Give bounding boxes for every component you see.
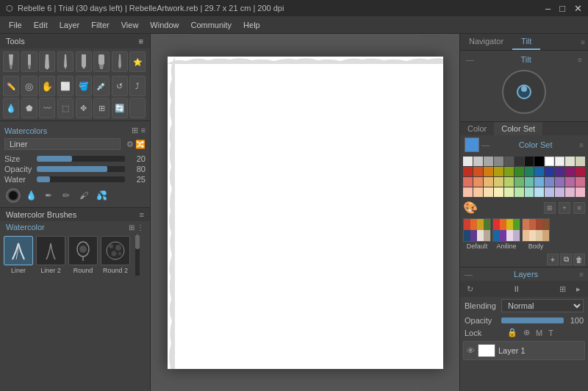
swatch[interactable] — [565, 167, 575, 176]
swatch[interactable] — [463, 177, 473, 187]
swatch[interactable] — [545, 157, 554, 166]
tool-extra2[interactable] — [129, 98, 146, 118]
tilt-circle[interactable] — [502, 70, 546, 114]
swatch[interactable] — [525, 157, 534, 166]
swatch[interactable] — [565, 187, 575, 197]
drawing-canvas[interactable] — [168, 57, 443, 369]
swatch[interactable] — [473, 177, 483, 187]
tool-fill[interactable]: 🪣 — [76, 76, 92, 96]
brush-name-input[interactable] — [4, 138, 121, 150]
close-button[interactable]: ✕ — [574, 3, 582, 14]
watercolors-title[interactable]: Watercolors — [4, 126, 47, 135]
layer-tool-extra[interactable]: ▸ — [572, 282, 585, 295]
swatch[interactable] — [525, 177, 534, 187]
watercolors-list-icon[interactable]: ⊞ — [132, 126, 138, 135]
swatch[interactable] — [473, 157, 483, 166]
brush-item-liner[interactable]: Liner — [3, 236, 34, 274]
brush-type-pencil[interactable]: ✏ — [59, 188, 74, 203]
swatch[interactable] — [484, 167, 493, 176]
layer-opacity-slider[interactable] — [501, 318, 564, 323]
tool-drop[interactable]: 💧 — [3, 98, 19, 118]
swatch[interactable] — [576, 167, 585, 176]
tool-brush2[interactable] — [21, 51, 37, 72]
swatch[interactable] — [484, 187, 493, 197]
tab-color[interactable]: Color — [460, 122, 494, 135]
tab-navigator[interactable]: Navigator — [460, 34, 512, 50]
menu-edit[interactable]: Edit — [28, 19, 54, 31]
lock-transparency-btn[interactable]: T — [548, 329, 553, 337]
tab-tilt[interactable]: Tilt — [512, 34, 540, 50]
brush-type-splatter[interactable]: 💦 — [94, 188, 109, 203]
palette-menu-btn[interactable]: ≡ — [573, 202, 585, 214]
swatch[interactable] — [494, 167, 503, 176]
color-set-menu[interactable]: ≡ — [579, 141, 584, 149]
delete-palette-btn[interactable]: 🗑 — [573, 254, 585, 265]
swatch[interactable] — [494, 177, 503, 187]
swatch[interactable] — [534, 157, 544, 166]
palette-grid-btn[interactable]: ⊞ — [544, 202, 556, 214]
layer-tool-stack[interactable]: ⊞ — [556, 282, 569, 295]
preset-body[interactable]: Body — [522, 218, 550, 250]
lock-mask-btn[interactable]: M — [536, 329, 542, 337]
brush-gallery-scrollbar[interactable] — [135, 234, 140, 276]
maximize-button[interactable]: □ — [559, 3, 565, 14]
water-slider[interactable] — [37, 176, 125, 182]
tool-eraser[interactable]: ⬜ — [57, 76, 74, 96]
tool-pen1[interactable] — [39, 51, 55, 72]
swatch[interactable] — [494, 157, 503, 166]
layer-visibility-icon[interactable]: 👁 — [467, 346, 475, 355]
nav-tabs-menu[interactable]: ≡ — [581, 38, 585, 46]
palette-add-btn[interactable]: + — [559, 202, 570, 214]
brush-scrollbar-thumb[interactable] — [135, 234, 140, 249]
swatch[interactable] — [463, 167, 473, 176]
lock-pixels-btn[interactable]: 🔒 — [507, 328, 517, 337]
menu-file[interactable]: File — [3, 19, 28, 31]
swatch[interactable] — [504, 157, 514, 166]
tool-transform[interactable]: ✥ — [76, 98, 92, 118]
tool-eyedropper[interactable]: 💉 — [93, 76, 110, 96]
preset-aniline[interactable]: Aniline — [492, 218, 520, 250]
swatch[interactable] — [545, 177, 554, 187]
tool-extra[interactable]: ⤴ — [129, 76, 146, 96]
swatch[interactable] — [463, 187, 473, 197]
tool-undo-stroke[interactable]: ↺ — [112, 76, 128, 96]
tools-menu-icon[interactable]: ≡ — [139, 37, 144, 46]
swatch[interactable] — [576, 187, 585, 197]
color-swatch[interactable] — [6, 188, 21, 203]
swatch[interactable] — [565, 157, 575, 166]
menu-filter[interactable]: Filter — [85, 19, 115, 31]
swatch[interactable] — [463, 157, 473, 166]
menu-layer[interactable]: Layer — [54, 19, 86, 31]
tilt-menu-icon[interactable]: ≡ — [578, 56, 582, 64]
swatch[interactable] — [494, 187, 503, 197]
add-palette-btn[interactable]: + — [547, 254, 559, 265]
brush-settings-icon[interactable]: ⚙ — [126, 140, 134, 149]
tool-shape[interactable]: ⬟ — [21, 98, 37, 118]
tool-star[interactable]: ⭐ — [129, 51, 146, 72]
brush-type-detail[interactable]: ✒ — [41, 188, 56, 203]
current-color-swatch[interactable] — [465, 137, 479, 152]
swatch[interactable] — [545, 167, 554, 176]
tool-brush1[interactable] — [3, 51, 19, 72]
swatch[interactable] — [484, 157, 493, 166]
swatch[interactable] — [555, 167, 564, 176]
menu-view[interactable]: View — [115, 19, 145, 31]
brush-item-round2[interactable]: Round 2 — [100, 236, 131, 274]
blending-select[interactable]: Normal Multiply Screen — [501, 299, 584, 312]
canvas-area[interactable] — [151, 34, 459, 391]
swatch[interactable] — [473, 167, 483, 176]
brush-random-icon[interactable]: 🔀 — [135, 140, 146, 149]
swatch[interactable] — [525, 167, 534, 176]
swatch[interactable] — [514, 157, 524, 166]
swatch[interactable] — [565, 177, 575, 187]
size-slider[interactable] — [37, 156, 125, 162]
layers-menu-icon[interactable]: ≡ — [579, 270, 584, 279]
minimize-button[interactable]: – — [545, 3, 551, 14]
swatch[interactable] — [504, 167, 514, 176]
tool-select-rect[interactable]: ⬚ — [57, 98, 74, 118]
swatch[interactable] — [555, 187, 564, 197]
swatch[interactable] — [473, 187, 483, 197]
tab-color-set[interactable]: Color Set — [494, 122, 542, 135]
layer-item[interactable]: 👁 Layer 1 — [463, 341, 585, 360]
swatch[interactable] — [525, 187, 534, 197]
